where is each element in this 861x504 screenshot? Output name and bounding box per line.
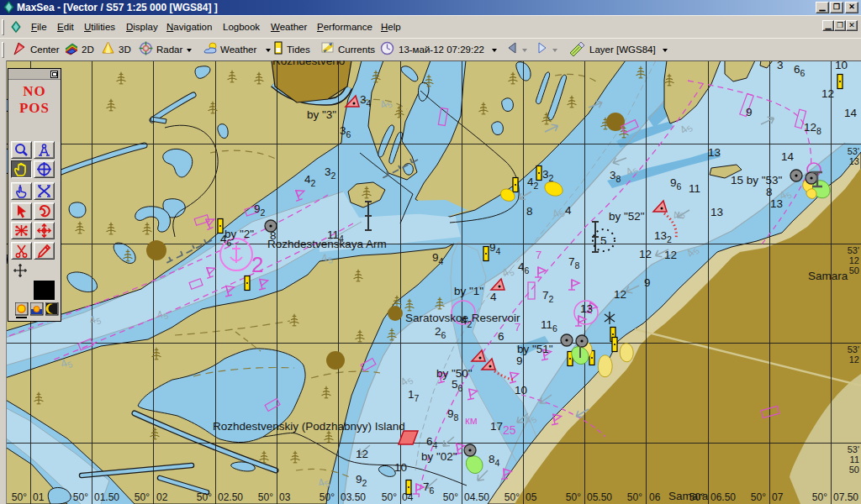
svg-text:12: 12 <box>664 249 677 261</box>
svg-text:13: 13 <box>770 197 783 210</box>
svg-text:25: 25 <box>503 423 516 437</box>
svg-text:50°: 50° <box>382 491 397 503</box>
svg-text:17: 17 <box>490 420 503 433</box>
svg-text:8: 8 <box>526 205 533 218</box>
svg-text:14: 14 <box>844 107 858 119</box>
svg-text:14: 14 <box>781 150 795 163</box>
svg-text:07.50: 07.50 <box>833 491 858 503</box>
svg-text:50°: 50° <box>504 491 520 503</box>
svg-text:12: 12 <box>849 255 859 265</box>
svg-text:05.50: 05.50 <box>587 491 612 503</box>
svg-text:км: км <box>465 414 478 427</box>
svg-text:10: 10 <box>394 461 407 474</box>
svg-text:50°: 50° <box>627 491 642 503</box>
svg-text:12: 12 <box>356 448 368 460</box>
svg-text:6: 6 <box>498 330 504 343</box>
svg-text:12: 12 <box>639 248 652 260</box>
svg-text:15 by "53": 15 by "53" <box>731 174 783 186</box>
svg-text:Rozhdestvenskaya Arm: Rozhdestvenskaya Arm <box>267 238 387 250</box>
svg-text:4: 4 <box>490 291 497 303</box>
svg-text:3: 3 <box>777 60 784 71</box>
svg-text:06.50: 06.50 <box>710 491 736 503</box>
svg-text:Saratovskoe Reservoir: Saratovskoe Reservoir <box>405 312 520 324</box>
svg-text:9: 9 <box>516 354 523 367</box>
svg-text:50°: 50° <box>751 491 766 503</box>
svg-text:5: 5 <box>600 234 607 247</box>
svg-text:10: 10 <box>515 384 527 396</box>
svg-text:04: 04 <box>402 491 414 503</box>
svg-text:03.50: 03.50 <box>341 491 366 503</box>
svg-text:by "02": by "02" <box>421 450 457 463</box>
svg-text:50°: 50° <box>197 491 212 503</box>
svg-text:2: 2 <box>251 252 263 277</box>
svg-text:01: 01 <box>33 491 45 503</box>
svg-text:9: 9 <box>644 276 651 289</box>
svg-text:12: 12 <box>849 354 859 365</box>
svg-text:Rozhdestveno: Rozhdestveno <box>272 60 345 67</box>
svg-text:50°: 50° <box>135 491 150 503</box>
svg-text:13: 13 <box>710 206 723 218</box>
svg-text:06: 06 <box>649 491 661 503</box>
svg-text:50°: 50° <box>566 491 581 503</box>
svg-text:by "51": by "51" <box>517 343 553 355</box>
svg-text:50°: 50° <box>12 491 27 503</box>
svg-text:by "1": by "1" <box>454 285 483 297</box>
svg-text:53': 53' <box>848 344 859 354</box>
svg-text:50°: 50° <box>443 491 458 503</box>
svg-text:Rozhdestvenskiy (Podzhabnyy) I: Rozhdestvenskiy (Podzhabnyy) Island <box>213 420 405 433</box>
svg-text:9: 9 <box>746 106 753 118</box>
svg-text:02.50: 02.50 <box>218 491 243 503</box>
svg-text:53': 53' <box>848 245 859 255</box>
svg-text:13: 13 <box>580 302 593 315</box>
svg-text:12: 12 <box>821 87 834 100</box>
svg-text:02: 02 <box>156 491 168 503</box>
svg-text:by "52": by "52" <box>609 210 645 223</box>
svg-text:Samara: Samara <box>808 270 848 282</box>
svg-text:53': 53' <box>848 146 859 156</box>
svg-text:13: 13 <box>849 156 859 166</box>
svg-text:05: 05 <box>526 491 537 503</box>
svg-text:03: 03 <box>279 491 291 503</box>
svg-text:by "3": by "3" <box>307 108 336 121</box>
svg-text:50°: 50° <box>320 491 335 503</box>
svg-text:07: 07 <box>772 491 784 503</box>
svg-text:53': 53' <box>848 444 859 454</box>
svg-text:7: 7 <box>536 249 541 261</box>
svg-text:13: 13 <box>708 146 721 159</box>
svg-text:50°: 50° <box>689 491 705 503</box>
svg-text:50°: 50° <box>812 491 827 503</box>
svg-text:11: 11 <box>689 182 700 195</box>
svg-text:11: 11 <box>850 454 859 465</box>
svg-text:by "50": by "50" <box>436 367 473 380</box>
svg-text:by "2": by "2" <box>224 228 254 240</box>
svg-text:04.50: 04.50 <box>464 491 489 503</box>
svg-text:01.50: 01.50 <box>94 491 119 503</box>
svg-text:50: 50 <box>849 265 859 276</box>
svg-text:10: 10 <box>835 60 848 71</box>
svg-text:8: 8 <box>766 186 773 198</box>
svg-text:12: 12 <box>614 288 626 301</box>
svg-text:50°: 50° <box>258 491 273 503</box>
svg-text:50°: 50° <box>73 491 88 503</box>
svg-text:50: 50 <box>849 465 859 475</box>
svg-text:4: 4 <box>565 204 572 217</box>
